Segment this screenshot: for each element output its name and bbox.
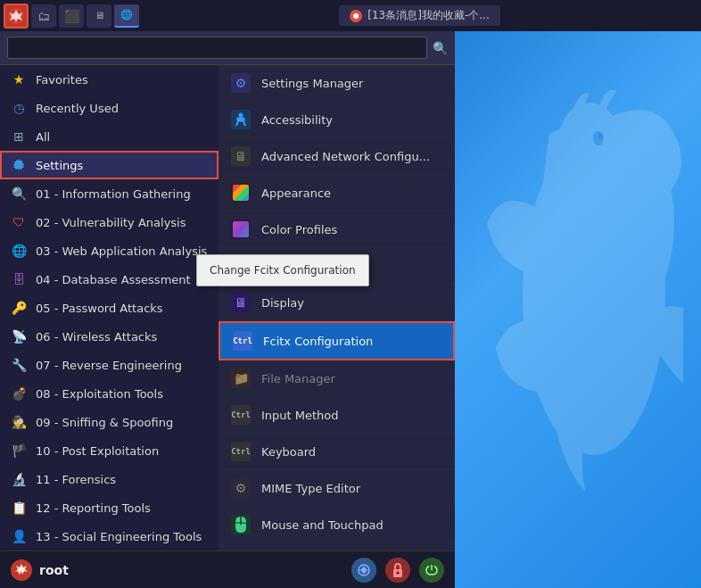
sidebar-item-02[interactable]: 🛡 02 - Vulnerability Analysis [0,208,219,236]
settings-item-fcitx[interactable]: Ctrl Fcitx Configuration [219,321,455,360]
wifi-icon: 📡 [11,328,27,344]
color-profiles-icon [231,219,251,239]
settings-item-keyboard[interactable]: Ctrl Keyboard [219,434,455,470]
info-gather-icon: 🔍 [11,186,27,202]
user-info[interactable]: root [11,559,69,581]
kali-menu-button[interactable] [4,4,29,29]
taskbar-terminal-btn[interactable]: ⬛ [59,4,84,28]
tab-favicon: ● [350,10,362,22]
sidebar-item-all-label: All [36,130,50,144]
sidebar-item-07[interactable]: 🔧 07 - Reverse Engineering [0,351,219,379]
settings-item-mime[interactable]: ⚙ MIME Type Editor [219,470,455,507]
settings-item-file-manager[interactable]: 📁 File Manager [219,360,455,397]
mime-icon: ⚙ [231,478,251,498]
sidebar-item-favorites[interactable]: ★ Favorites [0,65,219,94]
sidebar-item-04-label: 04 - Database Assessment [36,273,191,286]
sidebar-item-07-label: 07 - Reverse Engineering [36,359,182,372]
db-icon: 🗄 [11,271,27,287]
vuln-icon: 🛡 [11,214,27,230]
taskbar-browser-btn[interactable]: 🌐 [114,4,139,28]
fcitx-label: Fcitx Configuration [263,335,373,348]
sidebar-item-recently-used-label: Recently Used [36,102,119,115]
sidebar-item-05[interactable]: 🔑 05 - Password Attacks [0,294,219,322]
settings-item-network[interactable]: 🖥 Advanced Network Configu... [219,138,455,175]
mime-label: MIME Type Editor [261,482,360,495]
window-title-text: [13条消息]我的收藏-个... [367,8,489,23]
input-method-icon: Ctrl [231,405,251,425]
bottom-bar: root [0,551,455,588]
power-button[interactable] [419,558,444,583]
keyboard-icon: Ctrl [231,442,251,461]
left-panel: ★ Favorites ◷ Recently Used ⊞ All [0,65,219,551]
search-input[interactable] [7,37,427,59]
settings-item-mouse[interactable]: Mouse and Touchpad [219,507,455,543]
sidebar-item-03[interactable]: 🌐 03 - Web Application Analysis [0,236,219,265]
mouse-label: Mouse and Touchpad [261,518,383,532]
settings-item-input-method[interactable]: Ctrl Input Method [219,397,455,434]
settings-manager-icon: ⚙ [231,73,251,93]
pw-icon: 🔑 [11,300,27,316]
svg-point-3 [593,131,604,145]
accessibility-label: Accessibility [261,113,333,127]
sidebar-item-12[interactable]: 📋 12 - Reporting Tools [0,493,219,522]
sidebar-item-recently-used[interactable]: ◷ Recently Used [0,94,219,122]
keyboard-label: Keyboard [261,445,316,459]
grid-icon: ⊞ [11,128,27,145]
lock-button[interactable] [385,558,410,583]
username-label: root [39,563,69,577]
sidebar-item-11[interactable]: 🔬 11 - Forensics [0,465,219,493]
file-manager-icon: 📁 [231,369,251,388]
gear-icon [11,157,27,173]
taskbar-screen-btn[interactable]: 🖥 [87,4,111,28]
taskbar: 🗂 ⬛ 🖥 🌐 ● [13条消息]我的收藏-个... [0,0,701,31]
sidebar-item-settings[interactable]: Settings [0,151,219,179]
exploit-icon: 💣 [11,385,27,402]
settings-item-notifications[interactable]: 💬 Notifications [219,543,455,551]
file-manager-label: File Manager [261,372,335,385]
sidebar-item-13-label: 13 - Social Engineering Tools [36,530,202,543]
accessibility-icon [231,110,251,129]
settings-item-display[interactable]: 🖥 Display [219,285,455,321]
appearance-icon [231,183,251,203]
svg-point-16 [397,571,400,574]
settings-item-appearance[interactable]: Appearance [219,175,455,211]
sidebar-item-10-label: 10 - Post Exploitation [36,444,159,458]
sniff-icon: 🕵 [11,414,27,430]
context-menu: Change Fcitx Configuration [196,254,369,286]
report-icon: 📋 [11,500,27,516]
search-bar: 🔍 [0,31,455,65]
color-profiles-label: Color Profiles [261,223,337,236]
sidebar-item-13[interactable]: 👤 13 - Social Engineering Tools [0,522,219,551]
fcitx-icon: Ctrl [233,331,252,351]
sidebar-item-11-label: 11 - Forensics [36,473,116,486]
context-menu-change-fcitx[interactable]: Change Fcitx Configuration [197,259,368,282]
user-avatar [11,559,32,581]
sidebar-item-10[interactable]: 🏴 10 - Post Exploitation [0,436,219,465]
sidebar-item-08[interactable]: 💣 08 - Exploitation Tools [0,379,219,408]
web-icon: 🌐 [11,243,27,259]
sidebar-item-all[interactable]: ⊞ All [0,122,219,151]
dragon-silhouette [416,45,683,544]
sidebar-item-03-label: 03 - Web Application Analysis [36,244,207,258]
search-icon[interactable]: 🔍 [433,41,448,55]
sidebar-item-04[interactable]: 🗄 04 - Database Assessment [0,265,219,294]
settings-item-manager[interactable]: ⚙ Settings Manager [219,65,455,102]
clock-icon: ◷ [11,100,27,116]
settings-item-accessibility[interactable]: Accessibility [219,102,455,138]
display-icon: 🖥 [231,293,251,312]
window-title-btn[interactable]: ● [13条消息]我的收藏-个... [339,5,499,26]
app-menu: 🔍 ★ Favorites ◷ Recently Used ⊞ All [0,31,455,551]
sidebar-item-06[interactable]: 📡 06 - Wireless Attacks [0,322,219,351]
menu-panels: ★ Favorites ◷ Recently Used ⊞ All [0,65,455,551]
network-button[interactable] [351,558,376,583]
sidebar-item-05-label: 05 - Password Attacks [36,302,163,315]
post-icon: 🏴 [11,443,27,459]
settings-item-color-profiles[interactable]: Color Profiles [219,211,455,248]
sidebar-item-01[interactable]: 🔍 01 - Information Gathering [0,179,219,208]
network-label: Advanced Network Configu... [261,150,430,163]
sidebar-item-06-label: 06 - Wireless Attacks [36,330,157,344]
sidebar-item-09[interactable]: 🕵 09 - Sniffing & Spoofing [0,408,219,436]
taskbar-files-btn[interactable]: 🗂 [31,4,56,28]
display-label: Display [261,296,304,310]
forensics-icon: 🔬 [11,471,27,487]
